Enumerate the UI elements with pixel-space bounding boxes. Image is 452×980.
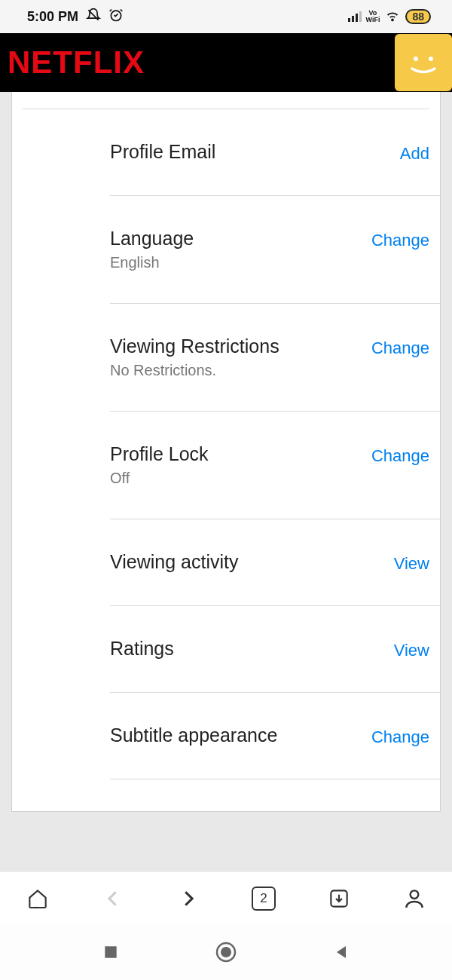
svg-rect-6	[105, 946, 116, 957]
setting-playback-settings: Playback settings	[110, 779, 440, 811]
change-link[interactable]: Change	[371, 443, 429, 466]
downloads-button[interactable]	[321, 880, 357, 917]
battery-indicator: 88	[405, 9, 431, 24]
setting-title: Viewing activity	[110, 551, 238, 573]
app-header: NETFLIX	[0, 33, 452, 92]
view-link[interactable]: View	[394, 638, 429, 660]
home-system-button[interactable]	[211, 937, 241, 967]
status-bar: 5:00 PM Vo WiFi 88	[0, 0, 452, 33]
back-system-button[interactable]	[326, 937, 356, 967]
setting-profile-email: Profile Email Add	[110, 109, 440, 196]
svg-point-5	[411, 890, 419, 899]
netflix-logo[interactable]: NETFLIX	[8, 44, 145, 81]
dnd-icon	[86, 8, 101, 26]
setting-title: Viewing Restrictions	[110, 335, 279, 357]
wifi-icon	[384, 7, 401, 27]
svg-point-3	[429, 57, 433, 61]
setting-title: Language	[110, 228, 194, 250]
forward-button[interactable]	[170, 880, 206, 917]
setting-language: Language English Change	[110, 196, 440, 304]
setting-sub: Off	[110, 470, 209, 487]
signal-icon	[348, 11, 362, 22]
add-link[interactable]: Add	[400, 141, 429, 164]
tabs-button[interactable]: 2	[246, 880, 282, 917]
setting-viewing-activity: Viewing activity View	[110, 519, 440, 606]
recents-button[interactable]	[96, 937, 126, 967]
tab-count: 2	[252, 887, 276, 911]
browser-toolbar: 2	[0, 871, 452, 924]
alarm-icon	[108, 8, 124, 26]
setting-subtitle-appearance: Subtitle appearance Change	[110, 693, 440, 779]
system-nav-bar	[0, 924, 452, 980]
svg-point-2	[414, 57, 418, 61]
setting-sub: English	[110, 254, 194, 271]
vowifi-label: Vo WiFi	[366, 10, 380, 23]
home-button[interactable]	[20, 880, 56, 917]
back-button[interactable]	[95, 880, 131, 917]
svg-point-1	[392, 19, 394, 20]
setting-title: Profile Lock	[110, 443, 209, 465]
profile-settings-card: Profile Email Add Language English Chang…	[11, 92, 441, 812]
change-link[interactable]: Change	[371, 335, 429, 358]
profile-avatar[interactable]	[395, 34, 452, 91]
view-link[interactable]: View	[394, 551, 429, 574]
settings-list: Profile Email Add Language English Chang…	[12, 109, 440, 811]
setting-title: Profile Email	[110, 141, 215, 163]
setting-viewing-restrictions: Viewing Restrictions No Restrictions. Ch…	[110, 304, 440, 412]
setting-profile-lock: Profile Lock Off Change	[110, 412, 440, 519]
setting-ratings: Ratings View	[110, 606, 440, 693]
setting-sub: No Restrictions.	[110, 362, 279, 379]
change-link[interactable]: Change	[371, 724, 429, 747]
change-link[interactable]: Change	[371, 228, 429, 250]
profile-button[interactable]	[396, 880, 432, 917]
status-time: 5:00 PM	[27, 9, 78, 25]
svg-point-8	[221, 947, 231, 957]
setting-title: Ratings	[110, 638, 174, 660]
setting-title: Subtitle appearance	[110, 724, 277, 746]
